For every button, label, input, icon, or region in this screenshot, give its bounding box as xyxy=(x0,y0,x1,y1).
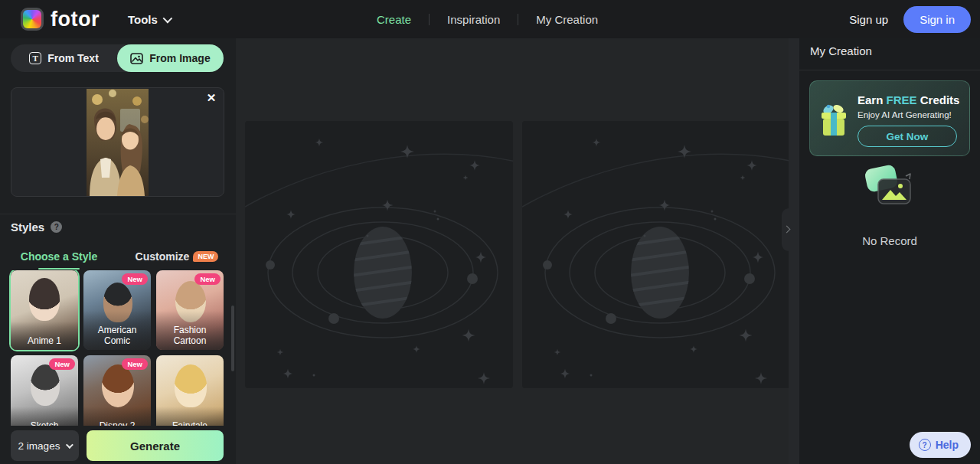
new-badge: New xyxy=(194,273,220,285)
earn-credits-card: Earn FREE Credits Enjoy AI Art Generatin… xyxy=(809,80,970,156)
generate-button[interactable]: Generate xyxy=(87,430,224,461)
chevron-down-icon xyxy=(162,13,172,23)
empty-state: No Record xyxy=(799,164,980,247)
styles-tabs: Choose a Style Customize NEW xyxy=(0,243,236,270)
generate-bar: 2 images Generate xyxy=(0,426,236,464)
image-count-dropdown[interactable]: 2 images xyxy=(11,430,79,461)
styles-section-title: Styles xyxy=(11,221,44,234)
result-canvas xyxy=(236,38,789,464)
tab-customize[interactable]: Customize NEW xyxy=(118,243,236,270)
style-label: American Comic xyxy=(83,311,151,350)
gift-icon xyxy=(818,102,849,137)
sign-up-link[interactable]: Sign up xyxy=(849,13,888,26)
tools-label: Tools xyxy=(128,13,158,26)
styles-help-icon[interactable]: ? xyxy=(51,221,62,233)
credits-card-title: Earn FREE Credits xyxy=(858,93,959,106)
generation-settings-panel: T From Text From Image xyxy=(0,38,236,464)
image-count-value: 2 images xyxy=(18,440,60,452)
from-image-tab[interactable]: From Image xyxy=(117,44,224,72)
credits-text: Credits xyxy=(920,93,960,106)
panel-collapse-strip xyxy=(789,38,799,464)
source-toggle: T From Text From Image xyxy=(11,44,224,72)
result-placeholder-1 xyxy=(245,121,513,388)
result-placeholder-2 xyxy=(522,121,789,388)
nav-divider xyxy=(429,14,430,25)
tab-choose-a-style[interactable]: Choose a Style xyxy=(0,243,118,270)
style-label: Fashion Cartoon xyxy=(156,311,224,350)
tools-menu-button[interactable]: Tools xyxy=(128,13,170,26)
fotor-logo-text[interactable]: fotor xyxy=(51,8,100,31)
credits-card-subtitle: Enjoy AI Art Generating! xyxy=(858,110,952,119)
get-now-button[interactable]: Get Now xyxy=(858,126,957,147)
free-text: FREE xyxy=(887,93,917,106)
nav-create[interactable]: Create xyxy=(377,13,411,26)
style-label: Anime 1 xyxy=(11,322,78,350)
chevron-right-icon xyxy=(783,226,791,234)
remove-image-button[interactable]: ✕ xyxy=(205,92,217,104)
chevron-down-icon xyxy=(66,441,74,449)
planet-placeholder-art xyxy=(522,121,789,388)
from-image-label: From Image xyxy=(149,52,210,64)
text-icon: T xyxy=(29,52,41,64)
scrollbar-thumb[interactable] xyxy=(231,306,234,371)
style-tile-fairytale[interactable]: Fairytale xyxy=(156,355,224,435)
section-divider xyxy=(0,214,236,214)
help-label: Help xyxy=(936,439,959,451)
help-button[interactable]: ? Help xyxy=(910,432,971,458)
sign-in-button[interactable]: Sign in xyxy=(903,6,971,33)
new-badge: New xyxy=(122,273,148,285)
new-badge: New xyxy=(122,358,148,370)
new-badge: New xyxy=(49,358,75,370)
fotor-logo-icon[interactable] xyxy=(21,8,44,31)
image-icon xyxy=(130,53,143,64)
no-record-icon xyxy=(860,164,920,208)
style-tile-sketch[interactable]: New Sketch xyxy=(11,355,78,435)
question-mark-icon: ? xyxy=(919,439,931,451)
nav-inspiration[interactable]: Inspiration xyxy=(447,13,500,26)
nav-my-creation[interactable]: My Creation xyxy=(536,13,598,26)
new-badge: NEW xyxy=(193,251,218,262)
from-text-label: From Text xyxy=(47,52,99,64)
main-nav: Create Inspiration My Creation xyxy=(377,0,598,38)
style-tile-fashion-cartoon[interactable]: New Fashion Cartoon xyxy=(156,270,224,350)
planet-placeholder-art xyxy=(245,121,513,388)
my-creation-title: My Creation xyxy=(810,44,872,57)
tab-customize-label: Customize xyxy=(136,250,190,263)
nav-divider xyxy=(518,14,518,25)
style-tile-anime-1[interactable]: Anime 1 xyxy=(11,270,78,350)
uploaded-photo xyxy=(87,89,149,196)
earn-text: Earn xyxy=(858,93,883,106)
from-text-tab[interactable]: T From Text xyxy=(11,44,117,72)
top-bar: fotor Tools Create Inspiration My Creati… xyxy=(0,0,980,38)
my-creation-panel: My Creation Earn FREE Credits Enjoy AI A… xyxy=(799,38,980,464)
uploaded-image-card: ✕ xyxy=(11,87,224,197)
style-tile-disney-2[interactable]: New Disney 2 xyxy=(83,355,151,435)
expand-panel-handle[interactable] xyxy=(782,208,795,251)
section-divider xyxy=(799,70,980,70)
style-tile-american-comic[interactable]: New American Comic xyxy=(83,270,151,350)
tab-choose-label: Choose a Style xyxy=(21,250,97,263)
no-record-label: No Record xyxy=(799,234,980,247)
